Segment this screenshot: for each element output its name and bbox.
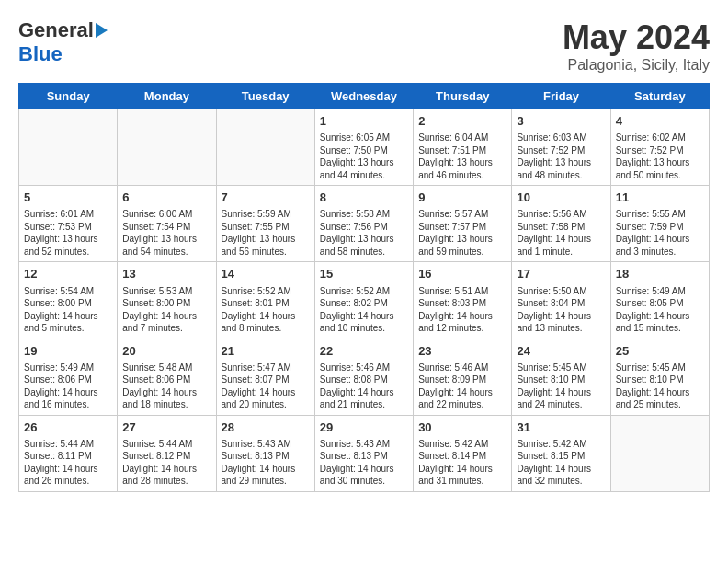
calendar-cell: 3Sunrise: 6:03 AMSunset: 7:52 PMDaylight… <box>512 109 610 186</box>
day-number: 24 <box>517 343 605 360</box>
day-number: 14 <box>222 266 310 282</box>
weekday-header-monday: Monday <box>118 84 216 109</box>
calendar-cell: 6Sunrise: 6:00 AMSunset: 7:54 PMDaylight… <box>118 186 216 262</box>
day-number: 25 <box>616 343 704 360</box>
calendar-week-1: 1Sunrise: 6:05 AMSunset: 7:50 PMDaylight… <box>19 109 710 186</box>
day-info: Sunrise: 5:42 AMSunset: 8:15 PMDaylight:… <box>517 438 605 488</box>
day-info: Sunrise: 5:47 AMSunset: 8:07 PMDaylight:… <box>222 362 310 411</box>
day-info: Sunrise: 6:03 AMSunset: 7:52 PMDaylight:… <box>517 132 605 181</box>
day-number: 29 <box>320 419 408 436</box>
calendar-cell: 21Sunrise: 5:47 AMSunset: 8:07 PMDayligh… <box>216 339 314 415</box>
day-info: Sunrise: 5:46 AMSunset: 8:08 PMDaylight:… <box>320 362 408 411</box>
day-number: 22 <box>320 343 408 360</box>
day-info: Sunrise: 5:55 AMSunset: 7:59 PMDaylight:… <box>616 208 704 258</box>
day-info: Sunrise: 5:42 AMSunset: 8:14 PMDaylight:… <box>418 438 506 488</box>
calendar-cell: 29Sunrise: 5:43 AMSunset: 8:13 PMDayligh… <box>314 415 413 491</box>
day-info: Sunrise: 5:59 AMSunset: 7:55 PMDaylight:… <box>222 208 310 258</box>
calendar-cell: 5Sunrise: 6:01 AMSunset: 7:53 PMDaylight… <box>19 186 118 262</box>
day-info: Sunrise: 5:43 AMSunset: 8:13 PMDaylight:… <box>222 438 310 488</box>
day-number: 2 <box>418 113 506 130</box>
day-info: Sunrise: 5:58 AMSunset: 7:56 PMDaylight:… <box>320 208 408 258</box>
calendar-week-3: 12Sunrise: 5:54 AMSunset: 8:00 PMDayligh… <box>19 262 710 339</box>
day-number: 17 <box>517 266 605 282</box>
calendar-header-row: SundayMondayTuesdayWednesdayThursdayFrid… <box>19 84 710 109</box>
day-info: Sunrise: 5:44 AMSunset: 8:11 PMDaylight:… <box>24 438 112 488</box>
calendar-cell: 14Sunrise: 5:52 AMSunset: 8:01 PMDayligh… <box>216 262 314 339</box>
calendar-cell: 16Sunrise: 5:51 AMSunset: 8:03 PMDayligh… <box>414 262 512 339</box>
calendar-cell: 26Sunrise: 5:44 AMSunset: 8:11 PMDayligh… <box>19 415 118 491</box>
calendar-cell: 10Sunrise: 5:56 AMSunset: 7:58 PMDayligh… <box>512 186 610 262</box>
day-number: 4 <box>616 113 704 130</box>
day-number: 21 <box>222 343 310 360</box>
day-info: Sunrise: 5:44 AMSunset: 8:12 PMDaylight:… <box>122 438 210 488</box>
day-number: 23 <box>418 343 506 360</box>
day-info: Sunrise: 5:52 AMSunset: 8:02 PMDaylight:… <box>320 285 408 335</box>
day-info: Sunrise: 5:57 AMSunset: 7:57 PMDaylight:… <box>418 208 506 258</box>
page-title: May 2024 <box>563 18 710 57</box>
day-info: Sunrise: 5:45 AMSunset: 8:10 PMDaylight:… <box>616 362 704 411</box>
calendar-cell <box>216 109 314 186</box>
calendar-cell: 9Sunrise: 5:57 AMSunset: 7:57 PMDaylight… <box>414 186 512 262</box>
calendar-cell: 24Sunrise: 5:45 AMSunset: 8:10 PMDayligh… <box>512 339 610 415</box>
day-info: Sunrise: 5:48 AMSunset: 8:06 PMDaylight:… <box>122 362 210 411</box>
day-number: 6 <box>122 190 210 206</box>
day-info: Sunrise: 6:02 AMSunset: 7:52 PMDaylight:… <box>616 132 704 181</box>
calendar-cell: 4Sunrise: 6:02 AMSunset: 7:52 PMDaylight… <box>610 109 709 186</box>
weekday-header-wednesday: Wednesday <box>314 84 413 109</box>
day-number: 11 <box>616 190 704 206</box>
logo-general-text: General <box>18 18 94 42</box>
weekday-header-thursday: Thursday <box>414 84 512 109</box>
day-number: 10 <box>517 190 605 206</box>
day-number: 9 <box>418 190 506 206</box>
logo-arrow-icon <box>96 23 108 38</box>
calendar-cell: 2Sunrise: 6:04 AMSunset: 7:51 PMDaylight… <box>414 109 512 186</box>
day-number: 30 <box>418 419 506 436</box>
day-number: 16 <box>418 266 506 282</box>
calendar-cell: 13Sunrise: 5:53 AMSunset: 8:00 PMDayligh… <box>118 262 216 339</box>
day-info: Sunrise: 5:53 AMSunset: 8:00 PMDaylight:… <box>122 285 210 335</box>
day-number: 7 <box>222 190 310 206</box>
page-header: General Blue May 2024 Palagonia, Sicily,… <box>18 18 710 74</box>
calendar-cell: 22Sunrise: 5:46 AMSunset: 8:08 PMDayligh… <box>314 339 413 415</box>
day-info: Sunrise: 6:01 AMSunset: 7:53 PMDaylight:… <box>24 208 112 258</box>
calendar-cell: 25Sunrise: 5:45 AMSunset: 8:10 PMDayligh… <box>610 339 709 415</box>
day-number: 15 <box>320 266 408 282</box>
day-number: 27 <box>122 419 210 436</box>
calendar-cell: 11Sunrise: 5:55 AMSunset: 7:59 PMDayligh… <box>610 186 709 262</box>
calendar-cell: 15Sunrise: 5:52 AMSunset: 8:02 PMDayligh… <box>314 262 413 339</box>
day-number: 18 <box>616 266 704 282</box>
calendar-cell: 17Sunrise: 5:50 AMSunset: 8:04 PMDayligh… <box>512 262 610 339</box>
calendar-cell: 30Sunrise: 5:42 AMSunset: 8:14 PMDayligh… <box>414 415 512 491</box>
day-info: Sunrise: 6:00 AMSunset: 7:54 PMDaylight:… <box>122 208 210 258</box>
day-info: Sunrise: 5:52 AMSunset: 8:01 PMDaylight:… <box>222 285 310 335</box>
calendar-cell: 28Sunrise: 5:43 AMSunset: 8:13 PMDayligh… <box>216 415 314 491</box>
logo: General Blue <box>18 18 109 66</box>
day-info: Sunrise: 5:54 AMSunset: 8:00 PMDaylight:… <box>24 285 112 335</box>
day-number: 13 <box>122 266 210 282</box>
calendar-cell: 31Sunrise: 5:42 AMSunset: 8:15 PMDayligh… <box>512 415 610 491</box>
weekday-header-sunday: Sunday <box>19 84 118 109</box>
day-number: 28 <box>222 419 310 436</box>
page-subtitle: Palagonia, Sicily, Italy <box>563 57 710 74</box>
day-number: 1 <box>320 113 408 130</box>
calendar-cell <box>610 415 709 491</box>
weekday-header-friday: Friday <box>512 84 610 109</box>
calendar-cell <box>19 109 118 186</box>
calendar-week-2: 5Sunrise: 6:01 AMSunset: 7:53 PMDaylight… <box>19 186 710 262</box>
day-info: Sunrise: 5:50 AMSunset: 8:04 PMDaylight:… <box>517 285 605 335</box>
day-number: 12 <box>24 266 112 282</box>
calendar-table: SundayMondayTuesdayWednesdayThursdayFrid… <box>18 83 710 492</box>
calendar-cell: 23Sunrise: 5:46 AMSunset: 8:09 PMDayligh… <box>414 339 512 415</box>
day-info: Sunrise: 5:49 AMSunset: 8:05 PMDaylight:… <box>616 285 704 335</box>
calendar-cell: 18Sunrise: 5:49 AMSunset: 8:05 PMDayligh… <box>610 262 709 339</box>
day-number: 5 <box>24 190 112 206</box>
day-number: 8 <box>320 190 408 206</box>
day-info: Sunrise: 6:05 AMSunset: 7:50 PMDaylight:… <box>320 132 408 181</box>
weekday-header-saturday: Saturday <box>610 84 709 109</box>
day-info: Sunrise: 5:56 AMSunset: 7:58 PMDaylight:… <box>517 208 605 258</box>
day-info: Sunrise: 5:43 AMSunset: 8:13 PMDaylight:… <box>320 438 408 488</box>
calendar-cell: 27Sunrise: 5:44 AMSunset: 8:12 PMDayligh… <box>118 415 216 491</box>
day-number: 3 <box>517 113 605 130</box>
title-block: May 2024 Palagonia, Sicily, Italy <box>563 18 710 74</box>
calendar-cell <box>118 109 216 186</box>
